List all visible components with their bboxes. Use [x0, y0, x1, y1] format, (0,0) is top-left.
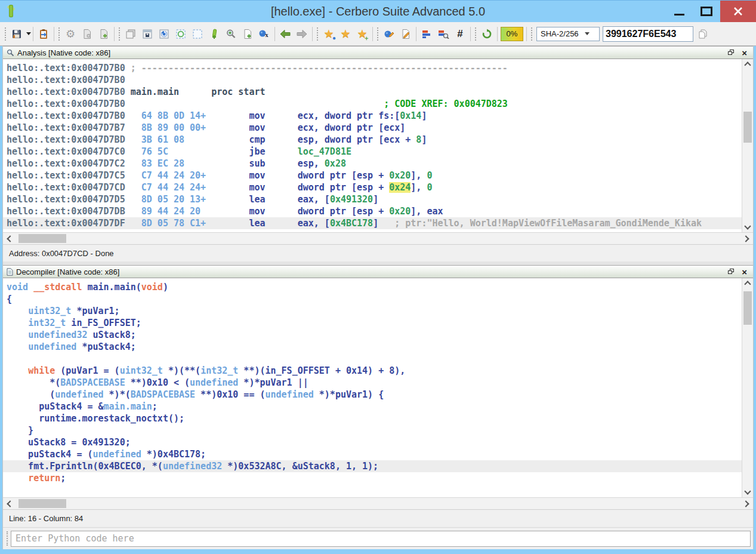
select-none-button[interactable]	[189, 26, 206, 42]
code-line[interactable]: }	[3, 424, 742, 436]
toolbar-drag-handle[interactable]	[119, 27, 120, 41]
bookmark-add-button[interactable]: ★＋	[354, 26, 371, 42]
code-line[interactable]: (undefined *)*(BADSPACEBASE **)0x10 == (…	[3, 389, 742, 401]
back-button[interactable]	[277, 26, 294, 42]
save-button[interactable]	[8, 26, 25, 42]
report-button[interactable]	[35, 26, 52, 42]
code-line[interactable]: puStack4 = (undefined *)0x4BC178;	[3, 448, 742, 460]
code-line[interactable]: hello:.text:0x0047D7B7 8B 89 00 00+ mov …	[3, 122, 742, 134]
code-line[interactable]: undefined *puStack4;	[3, 341, 742, 353]
code-line[interactable]: *(BADSPACEBASE **)0x10 < (undefined *)*p…	[3, 377, 742, 389]
minimize-button[interactable]	[665, 1, 693, 22]
code-line[interactable]: hello:.text:0x0047D7DF 8D 05 78 C1+ lea …	[3, 217, 742, 229]
copy-hash-button[interactable]	[695, 26, 711, 42]
code-line[interactable]: hello:.text:0x0047D7B0 ; ---------------…	[3, 62, 742, 74]
code-line[interactable]: hello:.text:0x0047D7C5 C7 44 24 20+ mov …	[3, 170, 742, 181]
scroll-up-icon[interactable]	[744, 281, 751, 287]
code-line[interactable]: hello:.text:0x0047D7C0 76 5C jbe loc_47D…	[3, 146, 742, 158]
analysis-hscroll-thumb[interactable]	[18, 234, 66, 243]
analysis-float-button[interactable]	[728, 50, 735, 56]
code-line[interactable]: hello:.text:0x0047D7B0 ; CODE XREF: 0x00…	[3, 98, 742, 110]
analysis-vscrollbar[interactable]	[742, 59, 753, 232]
decompiler-vscrollbar[interactable]	[742, 278, 753, 497]
toolbar-drag-handle[interactable]	[377, 27, 378, 41]
analysis-vscroll-thumb[interactable]	[743, 112, 752, 143]
code-line[interactable]: while (puVar1 = (uint32_t *)(**(int32_t …	[3, 365, 742, 377]
file-settings-button[interactable]	[79, 26, 95, 42]
layout-ranges-search-button[interactable]	[435, 26, 452, 42]
code-line[interactable]: void __stdcall main.main(void)	[3, 281, 742, 293]
code-line[interactable]: hello:.text:0x0047D7CD C7 44 24 24+ mov …	[3, 181, 742, 193]
layout-ranges-button[interactable]	[418, 26, 435, 42]
analysis-hscrollbar[interactable]	[3, 232, 753, 244]
code-line[interactable]: uStack8 = 0x491320;	[3, 436, 742, 448]
app-window: [hello.exe] - Cerbero Suite Advanced 5.0…	[0, 0, 756, 554]
edit-notes-button[interactable]	[397, 26, 414, 42]
toolbar-drag-handle[interactable]	[5, 27, 6, 41]
code-line[interactable]	[3, 353, 742, 365]
code-line[interactable]: hello:.text:0x0047D7B0 64 8B 0D 14+ mov …	[3, 110, 742, 122]
analysis-pane-header[interactable]: Analysis [Native code: x86] ×	[3, 46, 753, 59]
settings-button[interactable]: ⚙	[62, 26, 79, 42]
code-line[interactable]: hello:.text:0x0047D7BD 3B 61 08 cmp esp,…	[3, 134, 742, 146]
forward-button[interactable]	[294, 26, 310, 42]
code-line[interactable]: fmt.Fprintln(0x4BCEC0, *(undefined32 *)0…	[3, 460, 742, 472]
scroll-right-icon[interactable]	[742, 235, 749, 242]
select-range-button[interactable]	[172, 26, 189, 42]
scroll-right-icon[interactable]	[742, 500, 749, 507]
edit-global-notes-button[interactable]	[381, 26, 397, 42]
bookmarks-view-button[interactable]: ★●	[320, 26, 337, 42]
code-line[interactable]: hello:.text:0x0047D7C2 83 EC 28 sub esp,…	[3, 158, 742, 170]
toolbar-drag-handle[interactable]	[475, 27, 476, 41]
toolbar-drag-handle[interactable]	[317, 27, 318, 41]
code-line[interactable]: runtime.morestack_noctxt();	[3, 413, 742, 424]
toolbar-drag-handle[interactable]	[531, 27, 532, 41]
close-button[interactable]	[720, 1, 756, 22]
tool-add-button[interactable]	[206, 26, 223, 42]
layout-reload-button[interactable]	[156, 26, 172, 42]
decompiler-document-icon	[7, 268, 13, 276]
layout-save-button[interactable]	[139, 26, 156, 42]
scroll-down-icon[interactable]	[744, 223, 751, 229]
python-code-input[interactable]	[11, 531, 751, 547]
scroll-left-icon[interactable]	[7, 500, 13, 507]
python-bar-drag-handle[interactable]	[7, 531, 8, 546]
hash-panel-button[interactable]: #	[452, 26, 468, 42]
maximize-button[interactable]	[693, 1, 720, 22]
code-line[interactable]: uint32_t *puVar1;	[3, 305, 742, 317]
save-menu-caret-icon[interactable]	[26, 32, 31, 35]
analysis-status-text: Address: 0x0047D7CD - Done	[9, 249, 114, 258]
progress-indicator: 0%	[501, 27, 523, 41]
reanalyze-icon	[482, 29, 492, 39]
copy-button[interactable]	[122, 26, 139, 42]
scroll-up-icon[interactable]	[744, 61, 751, 68]
decompiler-hscrollbar[interactable]	[3, 497, 753, 509]
decompiler-pane-header[interactable]: Decompiler [Native code: x86] ×	[3, 265, 753, 278]
globe-pencil-icon	[384, 29, 394, 39]
decompiler-close-button[interactable]: ×	[742, 267, 747, 276]
code-line[interactable]: {	[3, 293, 742, 305]
toolbar-drag-handle[interactable]	[58, 27, 60, 41]
decompiler-float-button[interactable]	[728, 269, 735, 275]
scroll-down-icon[interactable]	[744, 488, 751, 494]
hex-search-button[interactable]: x	[256, 26, 273, 42]
code-line[interactable]: puStack4 = &main.main;	[3, 401, 742, 413]
code-line[interactable]: return;	[3, 472, 742, 484]
code-line[interactable]: hello:.text:0x0047D7B0	[3, 74, 742, 86]
analysis-close-button[interactable]: ×	[742, 48, 747, 57]
bookmark-button[interactable]: ★	[337, 26, 354, 42]
hash-algo-select[interactable]: SHA-2/256	[536, 27, 600, 41]
code-line[interactable]: hello:.text:0x0047D7D5 8D 05 20 13+ lea …	[3, 193, 742, 205]
file-add-button[interactable]	[95, 26, 112, 42]
code-line[interactable]: hello:.text:0x0047D7B0 main.main proc st…	[3, 86, 742, 98]
scroll-left-icon[interactable]	[7, 235, 13, 242]
page-add-button[interactable]	[239, 26, 256, 42]
code-line[interactable]: int32_t in_FS_OFFSET;	[3, 317, 742, 329]
code-line[interactable]: undefined32 uStack8;	[3, 329, 742, 341]
reanalyze-button[interactable]	[479, 26, 495, 42]
code-line[interactable]: hello:.text:0x0047D7DB 89 44 24 20 mov d…	[3, 205, 742, 217]
decompiler-vscroll-thumb[interactable]	[743, 291, 752, 325]
decompiler-hscroll-thumb[interactable]	[18, 499, 66, 508]
hash-value-field[interactable]	[603, 26, 693, 42]
zoom-add-button[interactable]	[223, 26, 239, 42]
